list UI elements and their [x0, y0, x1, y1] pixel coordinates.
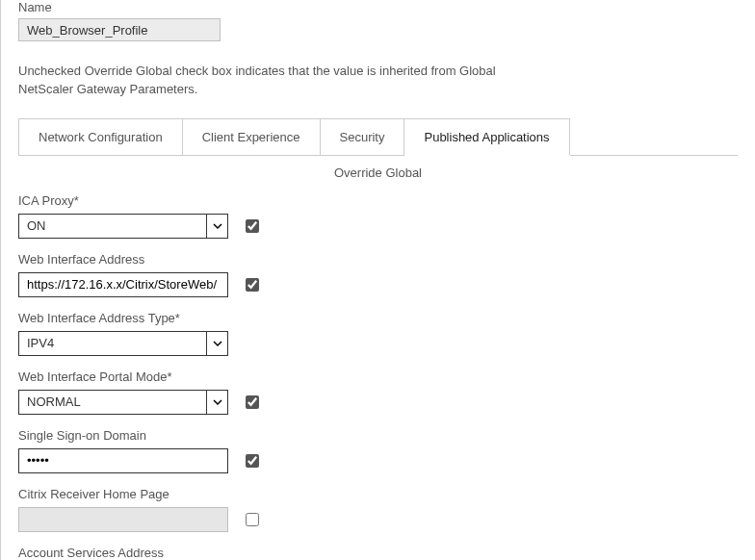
ica-proxy-value: ON — [27, 215, 46, 238]
receiver-home-override-checkbox[interactable] — [246, 513, 259, 526]
sso-domain-override-checkbox[interactable] — [246, 454, 259, 468]
acct-services-label: Account Services Address — [18, 546, 738, 560]
wi-portal-mode-override-checkbox[interactable] — [246, 395, 259, 409]
tab-published-applications[interactable]: Published Applications — [404, 118, 569, 155]
published-applications-panel: Override Global ICA Proxy* ON Web Interf… — [18, 155, 738, 560]
wi-portal-mode-select[interactable]: NORMAL — [18, 390, 228, 415]
wi-address-override-checkbox[interactable] — [246, 278, 259, 292]
sso-domain-input[interactable] — [18, 448, 228, 473]
name-field[interactable] — [18, 18, 221, 41]
name-label: Name — [18, 0, 738, 14]
tab-security[interactable]: Security — [321, 118, 405, 155]
chevron-down-icon[interactable] — [206, 215, 227, 238]
tab-client-experience[interactable]: Client Experience — [183, 118, 321, 155]
chevron-down-icon[interactable] — [206, 391, 227, 414]
wi-address-label: Web Interface Address — [18, 252, 738, 267]
receiver-home-input — [18, 507, 228, 532]
ica-proxy-override-checkbox[interactable] — [246, 219, 259, 233]
override-global-heading: Override Global — [18, 160, 738, 193]
tab-bar: Network Configuration Client Experience … — [18, 118, 738, 155]
helper-text: Unchecked Override Global check box indi… — [18, 63, 500, 99]
wi-addr-type-label: Web Interface Address Type* — [18, 311, 738, 325]
wi-address-input[interactable] — [18, 272, 228, 297]
ica-proxy-label: ICA Proxy* — [18, 193, 738, 208]
ica-proxy-select[interactable]: ON — [18, 214, 228, 239]
receiver-home-label: Citrix Receiver Home Page — [18, 487, 738, 501]
wi-addr-type-value: IPV4 — [27, 332, 54, 355]
chevron-down-icon[interactable] — [206, 332, 227, 355]
wi-portal-mode-value: NORMAL — [27, 391, 81, 414]
tab-network-configuration[interactable]: Network Configuration — [18, 118, 183, 155]
wi-portal-mode-label: Web Interface Portal Mode* — [18, 369, 738, 384]
wi-addr-type-select[interactable]: IPV4 — [18, 331, 228, 356]
sso-domain-label: Single Sign-on Domain — [18, 428, 738, 443]
